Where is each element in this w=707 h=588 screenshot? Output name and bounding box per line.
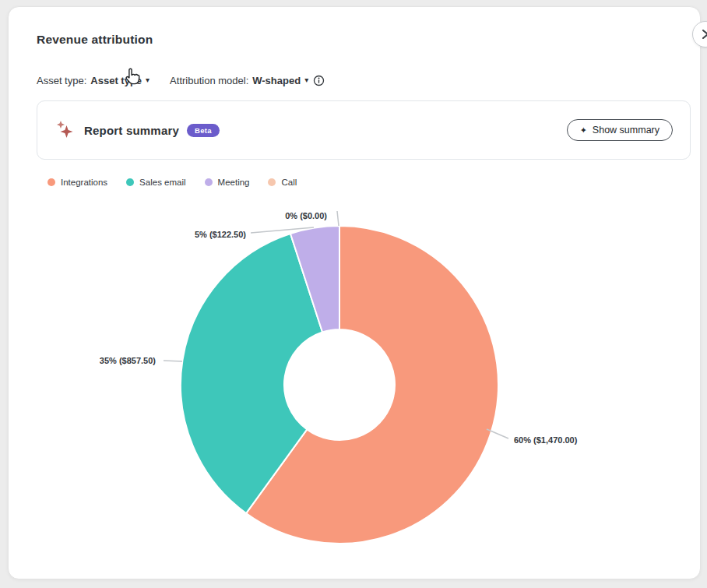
page-title: Revenue attribution — [37, 33, 153, 47]
report-summary-card: Report summary Beta ✦ Show summary — [37, 100, 691, 160]
slice-value-label: 0% ($0.00) — [285, 211, 327, 220]
show-summary-label: Show summary — [593, 125, 660, 136]
attribution-model-value: W-shaped — [252, 75, 301, 86]
asset-type-value: Asset type — [90, 75, 142, 86]
callout-line — [337, 211, 339, 226]
show-summary-button[interactable]: ✦ Show summary — [567, 119, 673, 141]
attribution-model-dropdown[interactable]: Attribution model: W-shaped ▾ — [170, 75, 325, 86]
legend-item-meeting[interactable]: Meeting — [205, 178, 250, 187]
filters-row: Asset type: Asset type ▾ Attribution mod… — [37, 72, 325, 88]
beta-badge: Beta — [187, 124, 220, 137]
legend-label: Call — [281, 178, 297, 187]
legend-label: Meeting — [218, 178, 250, 187]
legend-label: Integrations — [61, 178, 107, 187]
chevron-down-icon: ▾ — [146, 76, 149, 84]
attribution-model-label: Attribution model: — [170, 75, 248, 86]
info-icon[interactable] — [313, 75, 325, 86]
slice-value-label: 60% ($1,470.00) — [514, 435, 578, 445]
callout-line — [164, 361, 182, 361]
legend-label: Sales email — [139, 178, 185, 187]
asset-type-dropdown[interactable]: Asset type: Asset type ▾ — [37, 75, 149, 86]
slice-value-label: 5% ($122.50) — [195, 230, 246, 239]
legend-dot — [268, 178, 276, 186]
slice-value-label: 35% ($857.50) — [100, 356, 156, 365]
chevron-down-icon: ▾ — [304, 76, 308, 84]
sparkle-icon: ✦ — [580, 126, 587, 135]
chevron-right-icon — [702, 29, 707, 40]
legend-dot — [47, 178, 55, 186]
legend-item-sales-email[interactable]: Sales email — [126, 178, 185, 187]
legend-dot — [126, 178, 134, 186]
legend-item-call[interactable]: Call — [268, 178, 297, 187]
report-summary-title: Report summary — [84, 124, 179, 137]
sparkles-icon — [55, 119, 76, 141]
chart-legend: IntegrationsSales emailMeetingCall — [47, 178, 297, 187]
legend-item-integrations[interactable]: Integrations — [47, 178, 107, 187]
donut-chart: 60% ($1,470.00)35% ($857.50)5% ($122.50)… — [0, 199, 707, 557]
asset-type-label: Asset type: — [37, 75, 86, 86]
legend-dot — [205, 178, 213, 186]
